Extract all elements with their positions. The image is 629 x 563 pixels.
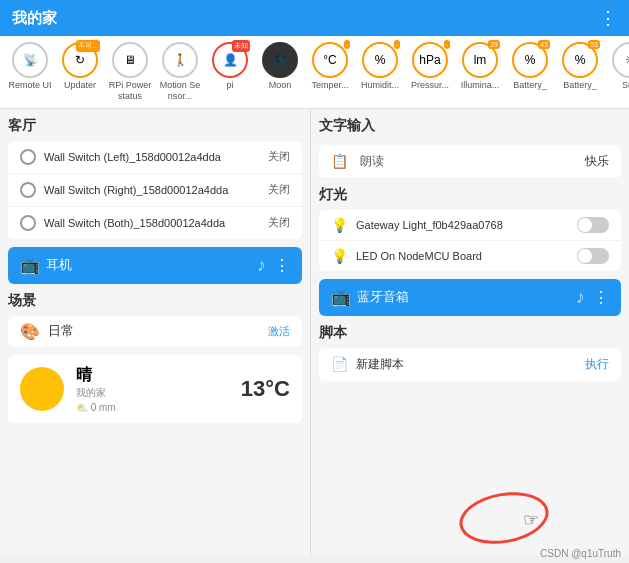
device-label: Moon (269, 80, 292, 91)
earphones-music-icon: ♪ (257, 255, 266, 276)
light-name: LED On NodeMCU Board (356, 250, 569, 262)
scene-item-daily[interactable]: 🎨 日常 激活 (8, 316, 302, 347)
script-name: 新建脚本 (356, 356, 577, 373)
weather-rain: ⛅ 0 mm (76, 402, 229, 413)
earphones-bar[interactable]: 📺 耳机 ♪ ⋮ (8, 247, 302, 284)
text-input-title: 文字输入 (319, 117, 375, 135)
device-icon-wrap: ☀ (612, 42, 629, 78)
device-badge: - (344, 40, 350, 49)
device-label: RPi Power status (108, 80, 152, 102)
device-item[interactable]: 🌑Moon (258, 42, 302, 91)
watermark: CSDN @q1uTruth (540, 548, 621, 559)
device-label: Updater (64, 80, 96, 91)
device-icon-wrap: 🚶 (162, 42, 198, 78)
script-doc-icon: 📄 (331, 356, 348, 372)
switch-name: Wall Switch (Both)_158d00012a4dda (44, 217, 260, 229)
scene-activate-button[interactable]: 激活 (268, 324, 290, 339)
light-toggle[interactable] (577, 217, 609, 233)
device-icon-wrap: %43 (512, 42, 548, 78)
device-label: Battery_ (563, 80, 597, 91)
device-label: Sun (622, 80, 629, 91)
room-title: 客厅 (8, 117, 302, 135)
device-label: Illumina... (461, 80, 500, 91)
device-label: Motion Sensor... (158, 80, 202, 102)
bluetooth-more-icon[interactable]: ⋮ (593, 288, 609, 307)
light-name: Gateway Light_f0b429aa0768 (356, 219, 569, 231)
switch-status: 关闭 (268, 182, 290, 197)
device-badge: 53 (588, 40, 600, 49)
device-item[interactable]: 🚶Motion Sensor... (158, 42, 202, 102)
device-item[interactable]: ↻不可...Updater (58, 42, 102, 91)
device-icon-wrap: %53 (562, 42, 598, 78)
light-bulb-icon: 💡 (331, 248, 348, 264)
device-item[interactable]: ☀Sun (608, 42, 629, 91)
bluetooth-bar[interactable]: 📺 蓝牙音箱 ♪ ⋮ (319, 279, 621, 316)
device-badge: 未知 (232, 40, 250, 52)
switch-name: Wall Switch (Right)_158d00012a4dda (44, 184, 260, 196)
light-bulb-icon: 💡 (331, 217, 348, 233)
device-label: Pressur... (411, 80, 449, 91)
light-item[interactable]: 💡Gateway Light_f0b429aa0768 (319, 210, 621, 241)
switch-status: 关闭 (268, 215, 290, 230)
weather-location: 我的家 (76, 386, 229, 400)
device-item[interactable]: %-Humidit... (358, 42, 402, 91)
device-badge: 29 (488, 40, 500, 49)
main-content: 客厅 Wall Switch (Left)_158d00012a4dda关闭Wa… (0, 109, 629, 556)
device-item[interactable]: %53Battery_ (558, 42, 602, 91)
text-input-label: 朗读 (360, 153, 573, 170)
device-item[interactable]: 🖥RPi Power status (108, 42, 152, 102)
device-icon-wrap: ↻不可... (62, 42, 98, 78)
bluetooth-label: 蓝牙音箱 (357, 288, 409, 306)
scene-title: 场景 (8, 292, 302, 310)
earphones-label: 耳机 (46, 256, 72, 274)
radio-circle (20, 149, 36, 165)
weather-temp: 13°C (241, 376, 290, 402)
device-item[interactable]: 👤未知pi (208, 42, 252, 91)
device-icon-wrap: lm29 (462, 42, 498, 78)
scenes-card: 🎨 日常 激活 (8, 316, 302, 347)
device-icon-wrap: °C- (312, 42, 348, 78)
text-input-card: 📋 朗读 快乐 (319, 145, 621, 178)
menu-icon[interactable]: ⋮ (599, 7, 617, 29)
wall-switch-row[interactable]: Wall Switch (Right)_158d00012a4dda关闭 (8, 174, 302, 207)
device-icon-wrap: hPa- (412, 42, 448, 78)
right-panel: 文字输入 📋 朗读 快乐 灯光 💡Gateway Light_f0b429aa0… (310, 109, 629, 556)
scene-palette-icon: 🎨 (20, 322, 40, 341)
script-title: 脚本 (319, 324, 621, 342)
script-execute-button[interactable]: 执行 (585, 356, 609, 373)
weather-card: 晴 我的家 ⛅ 0 mm 13°C (8, 355, 302, 423)
weather-sun-icon (20, 367, 64, 411)
radio-circle (20, 182, 36, 198)
scripts-card: 📄 新建脚本 执行 (319, 348, 621, 381)
switch-name: Wall Switch (Left)_158d00012a4dda (44, 151, 260, 163)
device-label: Humidit... (361, 80, 399, 91)
text-input-value: 快乐 (585, 153, 609, 170)
device-item[interactable]: 📡Remote UI (8, 42, 52, 91)
left-panel: 客厅 Wall Switch (Left)_158d00012a4dda关闭Wa… (0, 109, 310, 556)
weather-status: 晴 (76, 365, 229, 386)
device-icon-wrap: 👤未知 (212, 42, 248, 78)
device-badge: - (444, 40, 450, 49)
light-toggle[interactable] (577, 248, 609, 264)
app-header: 我的家 ⋮ (0, 0, 629, 36)
earphones-more-icon[interactable]: ⋮ (274, 256, 290, 275)
device-item[interactable]: %43Battery_ (508, 42, 552, 91)
device-icon-wrap: 📡 (12, 42, 48, 78)
device-item[interactable]: hPa-Pressur... (408, 42, 452, 91)
scene-name: 日常 (48, 322, 74, 340)
earphones-icon: 📺 (20, 256, 40, 275)
device-label: pi (226, 80, 233, 91)
device-icon-wrap: 🌑 (262, 42, 298, 78)
light-title: 灯光 (319, 186, 621, 204)
wall-switch-row[interactable]: Wall Switch (Left)_158d00012a4dda关闭 (8, 141, 302, 174)
device-item[interactable]: °C-Temper... (308, 42, 352, 91)
wall-switch-row[interactable]: Wall Switch (Both)_158d00012a4dda关闭 (8, 207, 302, 239)
radio-circle (20, 215, 36, 231)
device-badge: - (394, 40, 400, 49)
lights-card: 💡Gateway Light_f0b429aa0768💡LED On NodeM… (319, 210, 621, 271)
light-item[interactable]: 💡LED On NodeMCU Board (319, 241, 621, 271)
device-label: Remote UI (8, 80, 51, 91)
bluetooth-icon: 📺 (331, 288, 351, 307)
device-icon-wrap: 🖥 (112, 42, 148, 78)
device-item[interactable]: lm29Illumina... (458, 42, 502, 91)
